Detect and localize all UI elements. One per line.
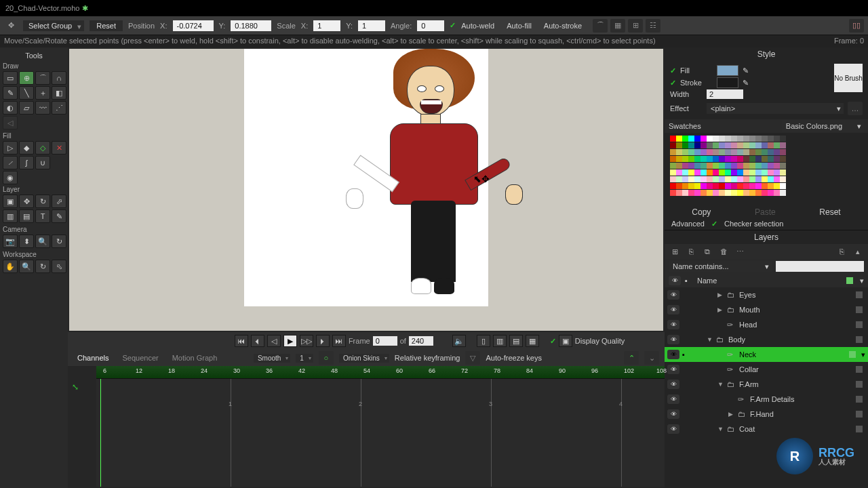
swatch-cell[interactable] <box>749 156 755 162</box>
swatch-cell[interactable] <box>768 156 774 162</box>
swatch-cell[interactable] <box>682 176 688 182</box>
swatch-cell[interactable] <box>694 163 701 169</box>
swatch-cell[interactable] <box>676 169 682 176</box>
swatch-cell[interactable] <box>676 176 682 182</box>
expand-icon[interactable]: ▼ <box>717 381 724 388</box>
display-quality-label[interactable]: Display Quality <box>575 337 625 345</box>
swatch-cell[interactable] <box>719 163 725 169</box>
swatch-cell[interactable] <box>682 156 688 162</box>
swatch-cell[interactable] <box>707 190 713 196</box>
name-column-header[interactable]: Name <box>697 277 717 285</box>
swatch-cell[interactable] <box>713 142 719 148</box>
step-back-button[interactable]: ◁ <box>267 335 281 347</box>
swatch-cell[interactable] <box>701 136 707 142</box>
swatch-cell[interactable] <box>725 136 731 142</box>
swatch-cell[interactable] <box>737 142 743 148</box>
swatch-cell[interactable] <box>725 163 731 169</box>
arc-tool[interactable]: ∩ <box>52 71 66 85</box>
swatch-cell[interactable] <box>774 142 780 148</box>
audio-button[interactable]: 🔈 <box>452 335 466 347</box>
select-group-dropdown[interactable]: Select Group▾ <box>23 20 84 31</box>
visibility-toggle[interactable]: 👁 <box>667 409 679 419</box>
split-h-button[interactable]: ▥ <box>493 335 507 347</box>
swatch-cell[interactable] <box>725 169 731 176</box>
scale-x-input[interactable]: 1 <box>313 20 340 31</box>
swatch-cell[interactable] <box>725 183 731 189</box>
swatch-cell[interactable] <box>719 176 725 182</box>
step-fwd-button[interactable]: ▷▷ <box>300 335 313 347</box>
swatch-cell[interactable] <box>737 183 743 189</box>
swatch-cell[interactable] <box>719 142 725 148</box>
advanced-toggle[interactable]: Advanced <box>671 220 705 228</box>
swatch-cell[interactable] <box>780 142 786 148</box>
tab-channels[interactable]: Channels <box>73 352 113 363</box>
effect-dropdown[interactable]: <plain>▾ <box>707 103 844 114</box>
rect-tool[interactable]: ▱ <box>19 101 34 115</box>
layer-color-tag[interactable] <box>856 336 863 343</box>
single-view-button[interactable]: ▯ <box>477 335 490 347</box>
cycle-icon[interactable]: ○ <box>319 351 334 365</box>
layer-color-tag[interactable] <box>856 291 863 298</box>
swatch-cell[interactable] <box>719 136 725 142</box>
swatch-cell[interactable] <box>688 149 694 155</box>
layer-flex-tool[interactable]: ▤ <box>19 209 34 223</box>
quality-icon[interactable]: ▣ <box>559 335 572 347</box>
swatch-cell[interactable] <box>688 163 694 169</box>
new-layer-button[interactable]: ⊞ <box>669 245 681 258</box>
freehand-tool[interactable]: 〰 <box>35 101 50 115</box>
chevron-down-icon[interactable]: ▾ <box>860 277 864 285</box>
name-filter-input[interactable] <box>776 261 864 272</box>
swatch-cell[interactable] <box>725 156 731 162</box>
layer-rotate-tool[interactable]: ↻ <box>35 195 50 208</box>
angle-input[interactable]: 0 <box>417 20 444 31</box>
playhead[interactable] <box>100 379 101 487</box>
swatch-cell[interactable] <box>713 136 719 142</box>
swatch-cell[interactable] <box>737 169 743 176</box>
color-picker-tool[interactable]: ◉ <box>3 171 18 184</box>
swatch-cell[interactable] <box>731 163 737 169</box>
swatch-cell[interactable] <box>694 136 701 142</box>
camera-tool[interactable]: 📷 <box>3 235 18 248</box>
fill-swatch[interactable] <box>717 65 738 76</box>
duplicate-layer-button[interactable]: ⎘ <box>685 245 697 258</box>
swatch-cell[interactable] <box>682 163 688 169</box>
swatch-cell[interactable] <box>774 156 780 162</box>
stroke-swatch[interactable] <box>717 77 738 88</box>
swatch-cell[interactable] <box>768 176 774 182</box>
grid-icon[interactable]: ▦ <box>610 19 625 33</box>
swatch-cell[interactable] <box>780 190 786 196</box>
swatch-cell[interactable] <box>701 142 707 148</box>
scatter-tool[interactable]: ⋰ <box>52 101 66 115</box>
swatch-cell[interactable] <box>774 176 780 182</box>
swatch-cell[interactable] <box>719 169 725 176</box>
swatches-file-dropdown[interactable]: Basic Colors.png▾ <box>782 121 864 131</box>
zoom-tool[interactable]: 🔍 <box>19 260 34 273</box>
swatch-cell[interactable] <box>694 169 701 176</box>
curve-profile-tool[interactable]: ∫ <box>19 156 34 169</box>
swatch-cell[interactable] <box>762 176 768 182</box>
eyedropper-icon[interactable]: ✎ <box>743 79 749 87</box>
layer-row[interactable]: 👁 ✑ F.Arm Details <box>665 392 868 407</box>
timeline[interactable]: ⤡ 6121824303642485460667278849096102108 … <box>68 366 665 488</box>
swatch-cell[interactable] <box>774 183 780 189</box>
swatch-cell[interactable] <box>694 156 701 162</box>
next-key-button[interactable]: ⏵ <box>316 335 330 347</box>
text-tool[interactable]: T <box>35 209 50 223</box>
swatch-cell[interactable] <box>682 136 688 142</box>
layer-row[interactable]: 👁 ▼ 🗀 F.Arm <box>665 377 868 392</box>
camera-zoom-tool[interactable]: 🔍 <box>35 235 50 248</box>
goto-end-button[interactable]: ⏭ <box>332 335 346 347</box>
guides-icon[interactable]: ⊞ <box>628 19 643 33</box>
swatch-cell[interactable] <box>694 183 701 189</box>
book-icon[interactable]: ▯▯ <box>849 19 864 33</box>
swatch-cell[interactable] <box>713 183 719 189</box>
swatch-cell[interactable] <box>780 136 786 142</box>
current-frame-input[interactable]: 0 <box>373 336 397 346</box>
expand-icon[interactable]: ▼ <box>717 426 724 432</box>
swatch-cell[interactable] <box>707 136 713 142</box>
paint-bucket-tool[interactable]: ◆ <box>19 141 34 155</box>
prev-key-button[interactable]: ⏴ <box>251 335 264 347</box>
swatch-cell[interactable] <box>743 163 749 169</box>
expand-icon[interactable]: ⌄ <box>644 351 659 365</box>
swatch-cell[interactable] <box>768 190 774 196</box>
